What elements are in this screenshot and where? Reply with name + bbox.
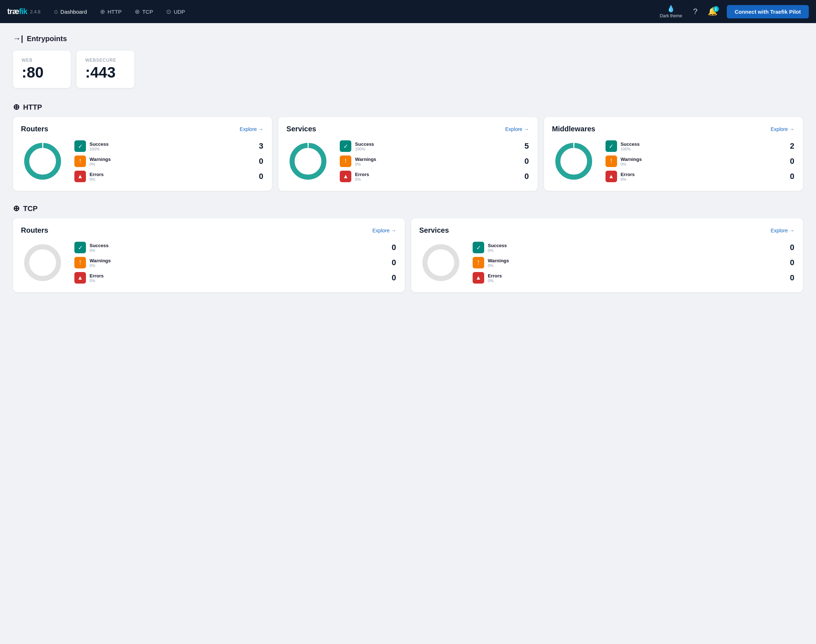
notifications-button[interactable]: 🔔 1 — [704, 5, 721, 18]
card-body: ✓ Success 100% 2 ! Warnings 0% 0 ▲ — [552, 140, 794, 183]
card-title: Routers — [21, 125, 48, 133]
explore-arrow-icon: → — [391, 228, 396, 233]
success-icon: ✓ — [605, 140, 617, 152]
stat-row-success: ✓ Success 100% 5 — [340, 140, 529, 152]
card-services: Services Explore → ✓ Success 100% — [278, 117, 537, 191]
stat-row-error: ▲ Errors 0% 0 — [340, 171, 529, 182]
warning-icon: ! — [605, 155, 617, 167]
stat-row-warning: ! Warnings 0% 0 — [340, 155, 529, 167]
brand-version: 2.4.8 — [30, 9, 40, 14]
tcp-section-header: ⊕ TCP — [13, 204, 803, 213]
svg-point-5 — [564, 151, 584, 172]
stat-row-warning: ! Warnings 0% 0 — [74, 257, 396, 268]
entrypoint-websecure[interactable]: WEBSECURE :443 — [77, 51, 134, 88]
success-icon: ✓ — [473, 242, 484, 253]
svg-point-3 — [298, 151, 318, 172]
card-middlewares: Middlewares Explore → ✓ Success 100% — [544, 117, 803, 191]
nav-dashboard[interactable]: ⌂ Dashboard — [49, 5, 92, 18]
nav-tcp[interactable]: ⊗ TCP — [130, 5, 158, 18]
nav-tcp-label: TCP — [142, 9, 153, 15]
brand: træfik 2.4.8 — [7, 7, 40, 16]
error-icon: ▲ — [74, 171, 86, 182]
warning-icon: ! — [74, 155, 86, 167]
http-globe-icon: ⊕ — [100, 8, 105, 15]
card-header: Services Explore → — [419, 226, 794, 235]
card-body: ✓ Success 100% 5 ! Warnings 0% 0 ▲ — [286, 140, 529, 183]
explore-link[interactable]: Explore → — [240, 126, 263, 132]
brand-logo: træfik — [7, 7, 27, 16]
explore-link[interactable]: Explore → — [373, 228, 396, 233]
error-icon: ▲ — [340, 171, 351, 182]
svg-point-7 — [32, 253, 53, 273]
nav-http[interactable]: ⊕ HTTP — [95, 5, 127, 18]
http-cards-row: Routers Explore → ✓ Success 100% 3 — [13, 117, 803, 191]
entrypoint-websecure-value: :443 — [85, 64, 123, 81]
main-content: →| Entrypoints WEB :80 WEBSECURE :443 ⊕ … — [0, 23, 816, 316]
stat-row-success: ✓ Success 0% 0 — [473, 242, 794, 253]
nav-http-label: HTTP — [108, 9, 122, 15]
entrypoints-row: WEB :80 WEBSECURE :443 — [13, 51, 803, 88]
explore-label: Explore — [771, 228, 788, 233]
card-header: Routers Explore → — [21, 226, 396, 235]
error-icon: ▲ — [605, 171, 617, 182]
navbar: træfik 2.4.8 ⌂ Dashboard ⊕ HTTP ⊗ TCP ⊙ … — [0, 0, 816, 23]
card-routers: Routers Explore → ✓ Success 100% 3 — [13, 117, 272, 191]
card-body: ✓ Success 0% 0 ! Warnings 0% 0 ▲ Er — [419, 241, 794, 284]
donut-chart — [286, 140, 330, 183]
card-routers: Routers Explore → ✓ Success 0% 0 — [13, 218, 405, 292]
nav-dashboard-label: Dashboard — [60, 9, 87, 15]
success-icon: ✓ — [74, 140, 86, 152]
bell-badge: 1 — [713, 6, 719, 12]
card-header: Middlewares Explore → — [552, 125, 794, 133]
tcp-icon: ⊕ — [13, 204, 20, 213]
dark-theme-label: Dark theme — [660, 13, 682, 18]
tcp-section-title: TCP — [23, 205, 38, 213]
stat-row-error: ▲ Errors 0% 0 — [473, 272, 794, 284]
explore-label: Explore — [505, 126, 522, 132]
entrypoint-websecure-label: WEBSECURE — [85, 58, 123, 63]
stat-row-error: ▲ Errors 0% 0 — [74, 171, 263, 182]
http-icon: ⊕ — [13, 103, 20, 112]
svg-point-9 — [431, 253, 451, 273]
explore-label: Explore — [373, 228, 390, 233]
donut-chart — [552, 140, 595, 183]
stat-row-warning: ! Warnings 0% 0 — [74, 155, 263, 167]
warning-icon: ! — [74, 257, 86, 268]
error-icon: ▲ — [74, 272, 86, 284]
card-title: Services — [286, 125, 316, 133]
udp-globe-icon: ⊙ — [166, 8, 171, 15]
card-body: ✓ Success 0% 0 ! Warnings 0% 0 ▲ Er — [21, 241, 396, 284]
donut-chart — [21, 140, 64, 183]
entrypoints-title: Entrypoints — [27, 35, 67, 43]
stat-row-error: ▲ Errors 0% 0 — [605, 171, 794, 182]
stats-list: ✓ Success 0% 0 ! Warnings 0% 0 ▲ Er — [473, 242, 794, 284]
explore-link[interactable]: Explore → — [505, 126, 529, 132]
dark-theme-toggle[interactable]: 💧 Dark theme — [655, 3, 686, 21]
svg-point-1 — [32, 151, 53, 172]
nav-udp-label: UDP — [174, 9, 185, 15]
http-section-header: ⊕ HTTP — [13, 103, 803, 112]
entrypoint-web-value: :80 — [22, 64, 60, 81]
stat-row-warning: ! Warnings 0% 0 — [605, 155, 794, 167]
stat-row-success: ✓ Success 0% 0 — [74, 242, 396, 253]
explore-link[interactable]: Explore → — [771, 126, 794, 132]
brand-name-part2: fik — [19, 7, 27, 16]
nav-udp[interactable]: ⊙ UDP — [161, 5, 190, 18]
tcp-globe-icon: ⊗ — [135, 8, 140, 15]
explore-arrow-icon: → — [789, 126, 794, 132]
explore-arrow-icon: → — [258, 126, 263, 132]
stats-list: ✓ Success 100% 2 ! Warnings 0% 0 ▲ — [605, 140, 794, 182]
stats-list: ✓ Success 100% 3 ! Warnings 0% 0 ▲ — [74, 140, 263, 182]
explore-label: Explore — [240, 126, 257, 132]
entrypoint-web-label: WEB — [22, 58, 60, 63]
stat-row-warning: ! Warnings 0% 0 — [473, 257, 794, 268]
connect-pilot-button[interactable]: Connect with Traefik Pilot — [727, 5, 809, 18]
entrypoints-section-header: →| Entrypoints — [13, 34, 803, 43]
stat-row-error: ▲ Errors 0% 0 — [74, 272, 396, 284]
stat-row-success: ✓ Success 100% 3 — [74, 140, 263, 152]
help-button[interactable]: ? — [689, 5, 701, 18]
stats-list: ✓ Success 0% 0 ! Warnings 0% 0 ▲ Er — [74, 242, 396, 284]
explore-label: Explore — [771, 126, 788, 132]
explore-link[interactable]: Explore → — [771, 228, 794, 233]
entrypoint-web[interactable]: WEB :80 — [13, 51, 71, 88]
